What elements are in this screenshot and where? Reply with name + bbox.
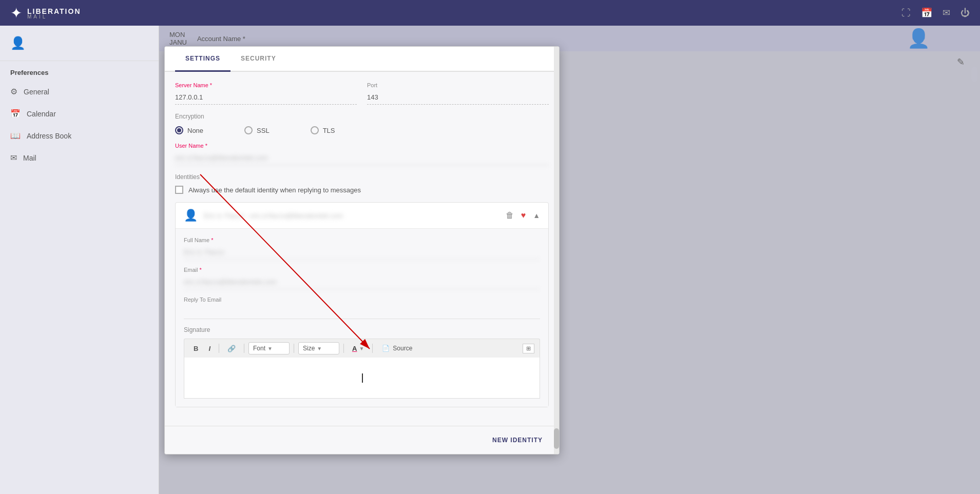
radio-tls[interactable]: TLS — [311, 126, 335, 134]
reply-to-label: Reply To Email — [184, 297, 540, 303]
radio-none[interactable]: None — [175, 126, 203, 134]
avatar-icon: 👤 — [907, 28, 930, 49]
color-picker[interactable]: A ▼ — [348, 343, 368, 354]
main-content-area: MONJANU Account Name * 👤 GENER... ✎ SETT… — [159, 26, 980, 494]
radio-tls-circle[interactable] — [311, 126, 319, 134]
logo-star-icon: ✦ — [10, 5, 22, 22]
server-port-row: Server Name * 127.0.0.1 Port 143 — [175, 82, 549, 105]
mail-top-icon[interactable]: ✉ — [943, 7, 950, 18]
port-label: Port — [367, 82, 549, 88]
identity-actions: 🗑 ♥ ▲ — [506, 211, 540, 220]
toolbar-divider-3 — [294, 344, 294, 353]
signature-label: Signature — [184, 326, 540, 333]
tab-security[interactable]: SECURITY — [230, 47, 286, 72]
gear-icon: ⚙ — [10, 87, 17, 96]
collapse-identity-icon[interactable]: ▲ — [533, 211, 540, 220]
encryption-row: Encryption None SSL TLS — [175, 113, 549, 134]
source-icon: 📄 — [382, 345, 390, 352]
server-name-field: Server Name * 127.0.0.1 — [175, 82, 357, 105]
email-value[interactable]: eric.d.flacco@liberationtek.com — [184, 275, 540, 289]
toolbar-divider-1 — [219, 344, 219, 353]
top-icons: ⛶ 📅 ✉ ⏻ — [901, 7, 970, 18]
tab-settings[interactable]: SETTINGS — [175, 47, 230, 72]
modal-body: Server Name * 127.0.0.1 Port 143 Encrypt… — [165, 72, 559, 426]
text-cursor — [362, 373, 363, 383]
content-header-text: MONJANU — [169, 31, 187, 46]
sidebar-item-address-book-label: Address Book — [27, 132, 71, 140]
identity-card-body: Full Name * Eric d. Flacco Email * eric.… — [176, 229, 548, 407]
sidebar-item-general-label: General — [24, 88, 49, 96]
encryption-label: Encryption — [175, 113, 549, 120]
font-dropdown-label: Font — [253, 345, 265, 352]
color-chevron-icon: ▼ — [359, 346, 364, 351]
full-name-field: Full Name * Eric d. Flacco — [184, 237, 540, 260]
identity-card-header: 👤 Eric d. Flacco - eric.d.flacco@liberat… — [176, 203, 548, 229]
font-dropdown-chevron-icon: ▼ — [267, 346, 273, 351]
edit-icon[interactable]: ✎ — [957, 56, 965, 68]
bold-button[interactable]: B — [189, 343, 202, 354]
sidebar-item-general[interactable]: ⚙ General — [0, 81, 159, 103]
italic-button[interactable]: I — [204, 343, 215, 354]
logo: ✦ LIBERATION MAIL — [10, 5, 81, 22]
modal-tabs: SETTINGS SECURITY — [165, 47, 559, 72]
radio-ssl[interactable]: SSL — [244, 126, 270, 134]
full-name-value[interactable]: Eric d. Flacco — [184, 245, 540, 260]
favorite-identity-icon[interactable]: ♥ — [521, 211, 526, 220]
reply-to-field: Reply To Email — [184, 297, 540, 319]
reply-to-value[interactable] — [184, 305, 540, 319]
sidebar-user: 👤 — [0, 26, 159, 61]
account-name-label: Account Name * — [197, 35, 245, 43]
identity-avatar-icon: 👤 — [184, 209, 198, 222]
default-identity-checkbox[interactable] — [175, 186, 183, 194]
server-name-label: Server Name * — [175, 82, 357, 88]
username-value[interactable]: eric.d.flacco@liberationtek.com — [175, 151, 549, 165]
font-dropdown[interactable]: Font ▼ — [248, 342, 290, 354]
expand-icon[interactable]: ⛶ — [901, 8, 911, 18]
sidebar-item-address-book[interactable]: 📖 Address Book — [0, 125, 159, 147]
modal-scrollbar-thumb[interactable] — [554, 428, 559, 449]
logo-text-area: LIBERATION MAIL — [27, 7, 81, 19]
sidebar-item-mail-label: Mail — [23, 154, 36, 162]
calendar-top-icon[interactable]: 📅 — [921, 7, 932, 18]
sidebar-item-calendar[interactable]: 📅 Calendar — [0, 103, 159, 125]
modal-footer: NEW IDENTITY — [165, 426, 559, 454]
toolbar-divider-5 — [372, 344, 373, 353]
toolbar-expand-button[interactable]: ⊞ — [523, 344, 534, 353]
email-field: Email * eric.d.flacco@liberationtek.com — [184, 267, 540, 289]
size-dropdown-chevron-icon: ▼ — [317, 346, 322, 351]
full-name-label: Full Name * — [184, 237, 540, 243]
calendar-icon: 📅 — [10, 109, 21, 118]
identity-name-email: Eric d. Flacco - eric.d.flacco@liberatio… — [204, 212, 499, 220]
sidebar: 👤 Preferences ⚙ General 📅 Calendar 📖 Add… — [0, 26, 159, 494]
server-name-value[interactable]: 127.0.0.1 — [175, 90, 357, 105]
username-label: User Name * — [175, 143, 549, 149]
book-icon: 📖 — [10, 131, 21, 141]
size-dropdown[interactable]: Size ▼ — [298, 342, 339, 354]
radio-tls-label: TLS — [323, 127, 335, 134]
email-label: Email * — [184, 267, 540, 273]
signature-editor[interactable] — [184, 358, 540, 399]
delete-identity-icon[interactable]: 🗑 — [506, 211, 514, 220]
new-identity-button[interactable]: NEW IDENTITY — [486, 433, 549, 447]
modal-scrollbar[interactable] — [554, 47, 559, 454]
radio-none-circle[interactable] — [175, 126, 183, 134]
scroll-handle[interactable] — [971, 67, 977, 82]
source-label: Source — [393, 345, 412, 352]
radio-ssl-circle[interactable] — [244, 126, 253, 134]
link-icon[interactable]: 🔗 — [223, 343, 240, 354]
encryption-radio-group: None SSL TLS — [175, 126, 549, 134]
identity-card: 👤 Eric d. Flacco - eric.d.flacco@liberat… — [175, 202, 549, 407]
color-a-icon: A — [352, 345, 357, 352]
toolbar-divider-4 — [343, 344, 344, 353]
port-field: Port 143 — [367, 82, 549, 105]
power-icon[interactable]: ⏻ — [960, 8, 970, 18]
source-button[interactable]: 📄 Source — [377, 343, 417, 354]
top-right-avatar: 👤 — [898, 26, 939, 51]
top-bar: ✦ LIBERATION MAIL ⛶ 📅 ✉ ⏻ — [0, 0, 980, 26]
sidebar-item-mail[interactable]: ✉ Mail — [0, 147, 159, 169]
toolbar-divider-2 — [244, 344, 244, 353]
radio-none-label: None — [187, 127, 203, 134]
preferences-label: Preferences — [0, 61, 159, 81]
identities-label: Identities — [175, 173, 549, 181]
port-value[interactable]: 143 — [367, 90, 549, 105]
